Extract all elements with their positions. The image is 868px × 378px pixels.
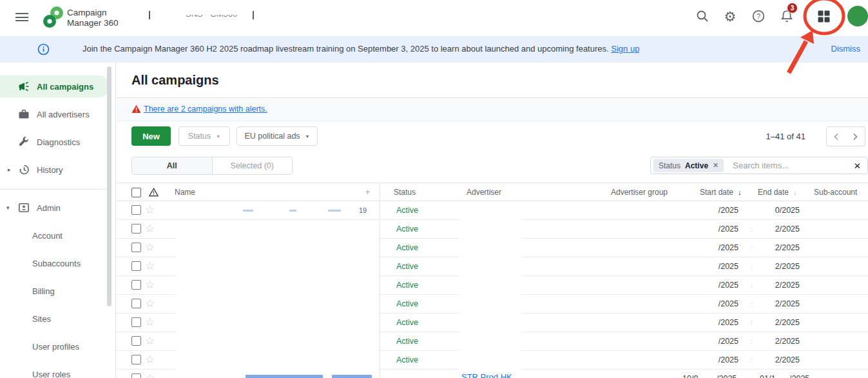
info-icon — [37, 43, 50, 55]
sidebar-scrollbar[interactable] — [107, 66, 111, 306]
status-text: Active — [396, 281, 418, 290]
end-date-text: 0/2025 — [761, 206, 800, 215]
dropdown-caret-icon: ▼ — [305, 134, 310, 139]
column-header-status[interactable]: Status — [394, 183, 416, 201]
settings-gear-icon[interactable]: ⚙ — [722, 8, 738, 24]
name-sort-icon[interactable]: + — [365, 183, 370, 201]
topbar: Campaign Manager 360 SNS - CM360 ⚙ ? 3 — [0, 0, 868, 36]
table-row: ☆ Active /2025 : 2/2025 — [117, 257, 868, 276]
next-page-button[interactable] — [845, 126, 865, 146]
column-header-start-date[interactable]: Start date ↓ — [700, 183, 742, 201]
warning-triangle-icon — [131, 104, 141, 114]
star-icon[interactable]: ☆ — [145, 334, 155, 348]
star-icon[interactable]: ☆ — [145, 297, 155, 311]
tab-selected[interactable]: Selected (0) — [213, 157, 293, 174]
row-checkbox[interactable] — [131, 205, 141, 215]
banner-message: Join the Campaign Manager 360 H2 2025 ro… — [82, 44, 609, 54]
sidebar-item-label: Billing — [32, 286, 55, 296]
start-date-text: /2025 — [700, 243, 738, 252]
help-icon[interactable]: ? — [751, 8, 766, 24]
sidebar-item-admin[interactable]: ▾ Admin — [0, 197, 110, 219]
sidebar-item-label: Diagnostics — [37, 137, 80, 147]
sidebar-item-diagnostics[interactable]: Diagnostics — [0, 131, 110, 153]
sidebar-item-all-campaigns[interactable]: All campaigns — [0, 75, 110, 97]
redacted-advertiser-cell — [459, 351, 521, 370]
clipped-name-link — [246, 375, 323, 378]
hamburger-menu-icon[interactable] — [15, 13, 28, 23]
date-separator-remnant: : — [751, 337, 753, 345]
row-checkbox[interactable] — [131, 280, 141, 290]
star-icon[interactable]: ☆ — [145, 353, 155, 367]
announcement-banner: Join the Campaign Manager 360 H2 2025 ro… — [0, 36, 868, 63]
end-date-text: 2/2025 — [761, 224, 800, 234]
star-icon[interactable]: ☆ — [145, 203, 155, 217]
chip-remove-icon[interactable]: ✕ — [713, 161, 719, 170]
row-checkbox[interactable] — [131, 224, 141, 234]
column-header-name[interactable]: Name — [175, 183, 195, 201]
status-text: Active — [396, 224, 418, 234]
table-row: ☆ Active /2025 : 2/2025 — [117, 276, 868, 295]
start-date-text: /2025 — [700, 318, 738, 327]
collapse-caret-icon[interactable]: ▾ — [6, 204, 10, 211]
column-header-advertiser[interactable]: Advertiser — [467, 183, 501, 201]
sidebar-item-user-profiles[interactable]: User profiles — [0, 335, 110, 357]
new-button[interactable]: New — [131, 126, 171, 146]
status-text: Active — [396, 206, 418, 215]
account-name-remnant: SNS - CM360 — [186, 9, 237, 19]
star-icon[interactable]: ☆ — [145, 241, 155, 255]
sidebar-item-history[interactable]: ▸ History — [0, 159, 110, 181]
column-header-sub-account[interactable]: Sub-account — [814, 183, 857, 201]
page-title: All campaigns — [131, 73, 219, 88]
sidebar-item-all-advertisers[interactable]: All advertisers — [0, 103, 110, 125]
sidebar-item-user-roles[interactable]: User roles — [0, 363, 110, 378]
signup-link[interactable]: Sign up — [611, 44, 639, 54]
column-header-advertiser-group[interactable]: Advertiser group — [611, 183, 668, 201]
row-checkbox[interactable] — [131, 317, 141, 327]
campaign-alerts-link[interactable]: There are 2 campaigns with alerts. — [144, 104, 267, 114]
account-divider-remnant-2 — [253, 11, 254, 19]
status-filter-chip[interactable]: Status Active ✕ — [653, 159, 724, 172]
redacted-advertiser-cell — [459, 220, 521, 239]
row-checkbox[interactable] — [131, 355, 141, 364]
sidebar-item-subaccounts[interactable]: Subaccounts — [0, 252, 110, 274]
main-content: All campaigns There are 2 campaigns with… — [117, 63, 868, 378]
sidebar-item-label: User profiles — [32, 342, 79, 352]
star-icon[interactable]: ☆ — [145, 315, 155, 330]
row-checkbox[interactable] — [131, 261, 141, 271]
end-date-fragment: 01/1 — [760, 374, 775, 378]
clear-search-icon[interactable]: ✕ — [854, 161, 861, 171]
redacted-advertiser-cell — [459, 201, 521, 220]
column-header-end-date[interactable]: End date ↓ — [758, 183, 797, 201]
search-icon[interactable] — [695, 8, 710, 24]
star-icon[interactable]: ☆ — [145, 372, 155, 378]
row-checkbox[interactable] — [131, 243, 141, 252]
sidebar-item-account[interactable]: Account — [0, 224, 110, 246]
user-avatar[interactable] — [847, 6, 868, 26]
star-icon[interactable]: ☆ — [145, 278, 155, 292]
tab-all[interactable]: All — [132, 157, 213, 174]
dropdown-caret-icon: ▼ — [216, 134, 220, 139]
apps-grid-icon[interactable] — [816, 8, 831, 24]
search-input[interactable] — [733, 161, 853, 170]
advertiser-link-fragment[interactable]: STR Prod HK — [461, 372, 512, 378]
status-dropdown[interactable]: Status▼ — [178, 126, 230, 146]
star-icon[interactable]: ☆ — [145, 222, 155, 236]
expand-caret-icon[interactable]: ▸ — [8, 166, 11, 173]
select-all-checkbox[interactable] — [131, 188, 141, 197]
dismiss-button[interactable]: Dismiss — [831, 44, 861, 54]
end-date-text: 2/2025 — [761, 318, 800, 327]
row-checkbox[interactable] — [131, 336, 141, 346]
status-text: Active — [396, 299, 418, 308]
alerts-bar: There are 2 campaigns with alerts. — [117, 98, 868, 121]
row-checkbox[interactable] — [131, 299, 141, 308]
redacted-name-cell — [176, 220, 378, 239]
redacted-name-cell — [176, 201, 378, 218]
start-date-text: /2025 — [700, 262, 738, 271]
sidebar-item-sites[interactable]: Sites — [0, 308, 110, 330]
previous-page-button[interactable] — [826, 126, 846, 146]
eu-political-ads-dropdown[interactable]: EU political ads▼ — [236, 126, 318, 146]
row-checkbox[interactable] — [131, 373, 141, 378]
star-icon[interactable]: ☆ — [145, 259, 155, 274]
sidebar-item-billing[interactable]: Billing — [0, 280, 110, 302]
redacted-name-cell — [176, 257, 378, 276]
